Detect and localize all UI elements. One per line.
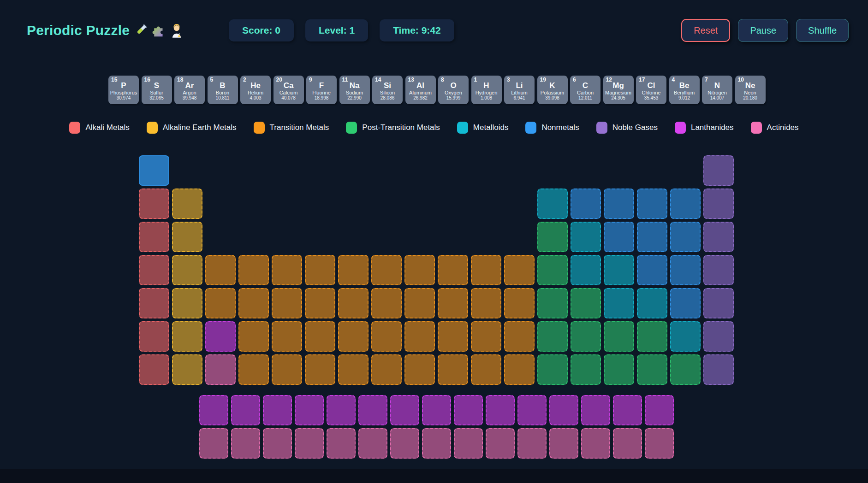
board-slot-transition[interactable] xyxy=(272,354,302,385)
board-slot-lanthanide[interactable] xyxy=(358,395,387,425)
board-slot-transition[interactable] xyxy=(371,288,402,318)
board-slot-transition[interactable] xyxy=(371,321,402,352)
board-slot-transition[interactable] xyxy=(404,321,435,352)
board-slot-transition[interactable] xyxy=(305,255,335,285)
board-slot-post_transition[interactable] xyxy=(604,354,634,385)
board-slot-lanthanide[interactable] xyxy=(581,395,610,425)
board-slot-transition[interactable] xyxy=(338,354,369,385)
board-slot-transition[interactable] xyxy=(471,288,501,318)
board-slot-noble[interactable] xyxy=(703,222,734,252)
board-slot-noble[interactable] xyxy=(703,155,734,186)
board-slot-actinide[interactable] xyxy=(517,428,547,459)
board-slot-nonmetal[interactable] xyxy=(670,288,701,318)
board-slot-nonmetal[interactable] xyxy=(604,188,634,219)
board-slot-lanthanide[interactable] xyxy=(517,395,547,425)
element-tile-K[interactable]: 19KPotassium39.098 xyxy=(537,76,568,104)
board-slot-lanthanide[interactable] xyxy=(295,395,324,425)
board-slot-lanthanide[interactable] xyxy=(263,395,292,425)
board-slot-post_transition[interactable] xyxy=(637,354,667,385)
element-tile-B[interactable]: 5BBoron10.811 xyxy=(208,76,238,104)
board-slot-transition[interactable] xyxy=(205,255,236,285)
board-slot-transition[interactable] xyxy=(305,321,335,352)
board-slot-metalloid[interactable] xyxy=(670,321,701,352)
board-slot-transition[interactable] xyxy=(272,255,302,285)
board-slot-transition[interactable] xyxy=(305,288,335,318)
board-slot-nonmetal[interactable] xyxy=(670,255,701,285)
board-slot-lanthanide[interactable] xyxy=(486,395,515,425)
board-slot-actinide[interactable] xyxy=(390,428,419,459)
element-tile-Be[interactable]: 4BeBeryllium9.012 xyxy=(669,76,700,104)
board-slot-transition[interactable] xyxy=(438,288,468,318)
board-slot-metalloid[interactable] xyxy=(604,255,634,285)
board-slot-nonmetal[interactable] xyxy=(637,188,667,219)
board-slot-metalloid[interactable] xyxy=(637,288,667,318)
board-slot-post_transition[interactable] xyxy=(537,222,568,252)
shuffle-button[interactable]: Shuffle xyxy=(796,19,849,42)
element-tile-Al[interactable]: 13AlAluminum26.982 xyxy=(405,76,436,104)
element-tile-Ar[interactable]: 18ArArgon39.948 xyxy=(174,76,205,104)
board-slot-alkaline[interactable] xyxy=(172,321,202,352)
board-slot-actinide[interactable] xyxy=(422,428,451,459)
board-slot-alkali[interactable] xyxy=(139,222,169,252)
board-slot-transition[interactable] xyxy=(404,354,435,385)
board-slot-lanthanide[interactable] xyxy=(327,395,356,425)
board-slot-alkali[interactable] xyxy=(139,321,169,352)
board-slot-transition[interactable] xyxy=(504,354,535,385)
board-slot-transition[interactable] xyxy=(238,288,269,318)
board-slot-alkali[interactable] xyxy=(139,288,169,318)
element-tile-S[interactable]: 16SSulfur32.065 xyxy=(142,76,172,104)
board-slot-post_transition[interactable] xyxy=(571,354,601,385)
board-slot-actinide[interactable] xyxy=(645,428,674,459)
board-slot-post_transition[interactable] xyxy=(571,288,601,318)
board-slot-alkaline[interactable] xyxy=(172,188,202,219)
element-tile-N[interactable]: 7NNitrogen14.007 xyxy=(702,76,732,104)
element-tile-H[interactable]: 1HHydrogen1.008 xyxy=(471,76,502,104)
board-slot-actinide[interactable] xyxy=(454,428,483,459)
board-slot-post_transition[interactable] xyxy=(571,321,601,352)
board-slot-alkaline[interactable] xyxy=(172,288,202,318)
board-slot-post_transition[interactable] xyxy=(537,321,568,352)
element-tile-P[interactable]: 15PPhosphorus30.974 xyxy=(108,76,139,104)
board-slot-alkaline[interactable] xyxy=(172,222,202,252)
board-slot-post_transition[interactable] xyxy=(537,288,568,318)
board-slot-transition[interactable] xyxy=(471,255,501,285)
board-slot-transition[interactable] xyxy=(438,354,468,385)
board-slot-lanthanide[interactable] xyxy=(390,395,419,425)
board-slot-alkali[interactable] xyxy=(139,255,169,285)
board-slot-metalloid[interactable] xyxy=(604,288,634,318)
board-slot-noble[interactable] xyxy=(703,255,734,285)
board-slot-transition[interactable] xyxy=(371,255,402,285)
board-slot-nonmetal[interactable] xyxy=(670,222,701,252)
board-slot-lanthanide[interactable] xyxy=(613,395,642,425)
board-slot-metalloid[interactable] xyxy=(571,255,601,285)
board-slot-metalloid[interactable] xyxy=(537,188,568,219)
board-slot-noble[interactable] xyxy=(703,188,734,219)
board-slot-transition[interactable] xyxy=(404,288,435,318)
board-slot-transition[interactable] xyxy=(438,321,468,352)
board-slot-post_transition[interactable] xyxy=(537,354,568,385)
board-slot-nonmetal[interactable] xyxy=(637,222,667,252)
board-slot-transition[interactable] xyxy=(238,321,269,352)
element-tile-O[interactable]: 8OOxygen15.999 xyxy=(438,76,469,104)
board-slot-transition[interactable] xyxy=(338,255,369,285)
element-tile-Cl[interactable]: 17ClChlorine35.453 xyxy=(636,76,666,104)
board-slot-transition[interactable] xyxy=(504,255,535,285)
board-slot-post_transition[interactable] xyxy=(670,354,701,385)
board-slot-lanthanide[interactable] xyxy=(454,395,483,425)
board-slot-transition[interactable] xyxy=(471,354,501,385)
board-slot-transition[interactable] xyxy=(338,288,369,318)
board-slot-transition[interactable] xyxy=(272,288,302,318)
board-slot-actinide[interactable] xyxy=(295,428,324,459)
board-slot-transition[interactable] xyxy=(205,288,236,318)
board-slot-transition[interactable] xyxy=(338,321,369,352)
board-slot-nonmetal[interactable] xyxy=(139,155,169,186)
board-slot-lanthanide[interactable] xyxy=(205,321,236,352)
board-slot-post_transition[interactable] xyxy=(637,321,667,352)
board-slot-actinide[interactable] xyxy=(549,428,578,459)
board-slot-lanthanide[interactable] xyxy=(549,395,578,425)
element-tile-Na[interactable]: 11NaSodium22.990 xyxy=(339,76,370,104)
board-slot-transition[interactable] xyxy=(238,255,269,285)
board-slot-noble[interactable] xyxy=(703,288,734,318)
board-slot-noble[interactable] xyxy=(703,354,734,385)
board-slot-transition[interactable] xyxy=(504,321,535,352)
